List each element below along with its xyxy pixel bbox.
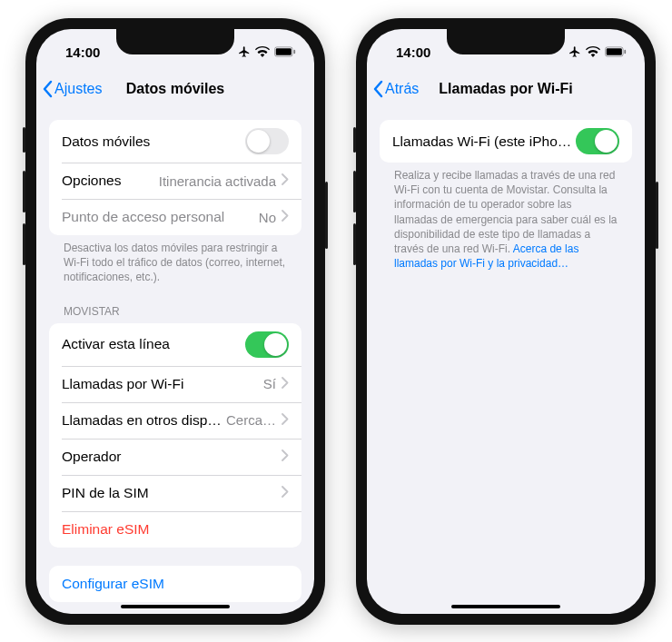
home-indicator [121, 605, 230, 608]
svg-rect-1 [276, 48, 292, 55]
row-detail: Itinerancia activada [159, 173, 276, 189]
screen-left: 14:00 Ajustes Datos móviles Datos móvile… [36, 29, 314, 614]
chevron-left-icon [42, 80, 53, 98]
status-time: 14:00 [385, 39, 430, 60]
row-label: PIN de la SIM [62, 485, 282, 501]
battery-icon [605, 46, 627, 57]
cellular-data-toggle[interactable] [245, 128, 289, 154]
back-label: Atrás [385, 81, 419, 97]
back-button[interactable]: Atrás [367, 80, 419, 98]
chevron-right-icon [282, 173, 289, 189]
svg-rect-4 [607, 48, 622, 55]
group-carrier: Activar esta línea Llamadas por Wi-Fi Sí… [49, 323, 301, 548]
row-label: Activar esta línea [62, 336, 245, 352]
screen-right: 14:00 Atrás Llamadas por Wi-Fi Llamadas … [367, 29, 645, 614]
chevron-right-icon [282, 376, 289, 392]
settings-content[interactable]: Llamadas Wi-Fi (este iPhone) Realiza y r… [367, 109, 645, 614]
row-sim-pin[interactable]: PIN de la SIM [49, 475, 301, 511]
phone-left: 14:00 Ajustes Datos móviles Datos móvile… [25, 18, 325, 625]
row-label: Opciones [62, 173, 159, 189]
back-label: Ajustes [54, 81, 102, 97]
notch [447, 29, 565, 54]
row-label: Datos móviles [62, 133, 245, 150]
chevron-right-icon [282, 485, 289, 501]
row-carrier[interactable]: Operador [49, 439, 301, 475]
airplane-icon [238, 45, 251, 58]
wifi-calling-footer: Realiza y recibe llamadas a través de un… [367, 163, 645, 271]
carrier-header: MOVISTAR [36, 305, 314, 318]
nav-bar: Ajustes Datos móviles [36, 69, 314, 109]
cellular-footer: Desactiva los datos móviles para restrin… [36, 235, 314, 285]
group-configure-esim: Configurar eSIM [49, 566, 301, 602]
line-toggle[interactable] [245, 331, 289, 358]
row-detail: No [259, 210, 276, 225]
battery-icon [274, 46, 296, 57]
svg-rect-2 [293, 50, 295, 54]
group-wifi-calling: Llamadas Wi-Fi (este iPhone) [380, 120, 632, 163]
notch [116, 29, 234, 54]
airplane-icon [568, 45, 581, 58]
phone-right: 14:00 Atrás Llamadas por Wi-Fi Llamadas … [356, 18, 656, 625]
wifi-icon [586, 46, 600, 57]
chevron-right-icon [282, 209, 289, 225]
settings-content[interactable]: Datos móviles Opciones Itinerancia activ… [36, 109, 314, 614]
wifi-calling-toggle[interactable] [576, 128, 619, 154]
row-label: Llamadas en otros dispositivos [62, 412, 226, 429]
row-detail: Cerca… [226, 412, 276, 428]
wifi-icon [255, 46, 270, 57]
home-indicator [451, 605, 560, 608]
back-button[interactable]: Ajustes [36, 80, 102, 98]
row-label: Configurar eSIM [62, 576, 289, 592]
row-label: Llamadas por Wi-Fi [62, 376, 263, 392]
status-time: 14:00 [54, 39, 100, 60]
status-icons [238, 40, 296, 58]
chevron-left-icon [372, 80, 383, 98]
row-label: Eliminar eSIM [62, 521, 289, 538]
row-personal-hotspot[interactable]: Punto de acceso personal No [49, 199, 301, 235]
row-cellular-data[interactable]: Datos móviles [49, 120, 301, 163]
row-delete-esim[interactable]: Eliminar eSIM [49, 511, 301, 548]
svg-rect-5 [624, 50, 626, 54]
chevron-right-icon [282, 412, 289, 429]
footer-text: Realiza y recibe llamadas a través de un… [394, 169, 617, 255]
group-cellular: Datos móviles Opciones Itinerancia activ… [49, 120, 301, 235]
status-icons [568, 40, 627, 58]
row-label: Punto de acceso personal [62, 209, 259, 225]
row-configure-esim[interactable]: Configurar eSIM [49, 566, 301, 602]
row-detail: Sí [263, 376, 276, 391]
row-wifi-calling[interactable]: Llamadas por Wi-Fi Sí [49, 366, 301, 402]
row-wifi-calling-this-iphone[interactable]: Llamadas Wi-Fi (este iPhone) [380, 120, 632, 163]
row-turn-on-line[interactable]: Activar esta línea [49, 323, 301, 366]
row-label: Llamadas Wi-Fi (este iPhone) [392, 133, 576, 150]
nav-bar: Atrás Llamadas por Wi-Fi [367, 69, 645, 109]
row-label: Operador [62, 449, 282, 465]
chevron-right-icon [282, 449, 289, 465]
row-calls-other-devices[interactable]: Llamadas en otros dispositivos Cerca… [49, 402, 301, 439]
row-options[interactable]: Opciones Itinerancia activada [49, 163, 301, 199]
